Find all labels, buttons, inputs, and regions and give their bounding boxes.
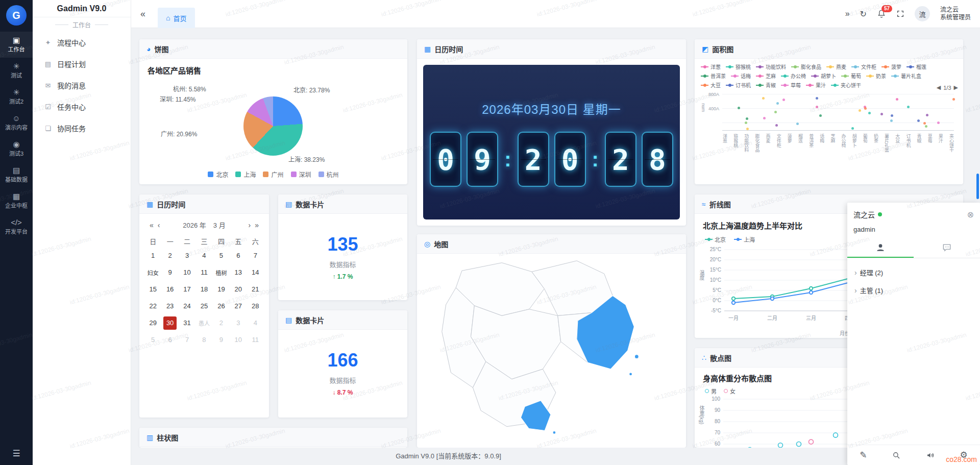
sidebar-collapse-icon[interactable]: «	[140, 9, 145, 19]
area-legend-item[interactable]: 胡萝卜	[811, 72, 836, 80]
calendar-day[interactable]: 14	[247, 264, 264, 281]
pie-legend-item[interactable]: 上海	[235, 170, 256, 179]
area-legend-item[interactable]: 青椒	[756, 81, 776, 89]
notifications-button[interactable]: 57	[877, 9, 886, 18]
rail-item-1[interactable]: ▣工作台	[0, 32, 33, 58]
calendar-day[interactable]: 20	[230, 281, 247, 298]
calendar-day[interactable]: 9	[213, 331, 230, 348]
calendar-day[interactable]: 愚人	[195, 314, 212, 331]
speaker-icon[interactable]	[926, 451, 935, 460]
user-info[interactable]: 流之云 系统管理员	[940, 6, 971, 21]
month-select[interactable]: 3 月	[213, 220, 226, 230]
calendar-day[interactable]: 植树	[213, 264, 230, 281]
sidebar-menu-item-1[interactable]: ✦流程中心	[33, 32, 131, 53]
next-month-button[interactable]: ›	[247, 221, 253, 229]
calendar-day[interactable]: 8	[195, 331, 212, 348]
area-legend-item[interactable]: 榴莲	[906, 63, 926, 70]
pie-legend-item[interactable]: 广州	[263, 170, 283, 179]
calendar-day[interactable]: 5	[213, 247, 230, 264]
pager-prev-icon[interactable]: ◀	[937, 84, 941, 91]
area-legend-item[interactable]: 话梅	[731, 72, 751, 80]
area-legend-item[interactable]: 普洱茶	[701, 72, 726, 80]
area-legend-item[interactable]: 文件柜	[851, 63, 876, 70]
rail-item-7[interactable]: ▦企业中枢	[0, 188, 33, 214]
calendar-day[interactable]: 31	[179, 314, 195, 331]
calendar-day[interactable]: 3	[230, 314, 247, 331]
calendar-day[interactable]: 15	[144, 281, 161, 298]
area-legend-item[interactable]: 草莓	[781, 81, 801, 89]
calendar-day[interactable]: 19	[213, 281, 230, 298]
calendar-day[interactable]: 29	[144, 314, 161, 331]
area-legend-item[interactable]: 夹心饼干	[831, 81, 861, 89]
search-icon[interactable]	[892, 451, 901, 460]
fullscreen-button[interactable]	[896, 10, 904, 18]
area-legend-item[interactable]: 奶茶	[866, 72, 886, 80]
area-legend-item[interactable]: 洋葱	[701, 63, 721, 70]
tab-home[interactable]: ⌂ 首页	[158, 8, 194, 28]
area-legend-item[interactable]: 燕麦	[826, 63, 846, 70]
rail-item-3[interactable]: ✳测试2	[0, 84, 33, 110]
expand-tabs-icon[interactable]: »	[845, 9, 850, 18]
area-plot[interactable]	[722, 94, 954, 131]
scrollbar-thumb[interactable]	[976, 174, 979, 199]
rail-item-2[interactable]: ✳测试	[0, 58, 33, 84]
area-legend-item[interactable]: 芝麻	[756, 72, 776, 80]
app-logo[interactable]: G	[6, 5, 27, 26]
calendar-day[interactable]: 30	[161, 314, 178, 331]
calendar-day[interactable]: 21	[247, 281, 264, 298]
area-legend-item[interactable]: 膨化食品	[791, 63, 821, 70]
area-legend-item[interactable]: 果汁	[806, 81, 826, 89]
calendar-day[interactable]: 妇女	[144, 264, 161, 281]
calendar-day[interactable]: 11	[247, 331, 264, 348]
area-legend-item[interactable]: 订书机	[726, 81, 751, 89]
calendar-day[interactable]: 4	[195, 247, 212, 264]
pie-graphic[interactable]	[243, 96, 303, 156]
sidebar-menu-item-3[interactable]: ✉我的消息	[33, 75, 131, 96]
calendar-day[interactable]: 24	[179, 298, 195, 314]
scatter-legend-item[interactable]: 女	[724, 387, 736, 395]
map-island[interactable]	[629, 373, 632, 376]
calendar-day[interactable]: 9	[161, 264, 178, 281]
calendar-day[interactable]: 3	[179, 247, 195, 264]
sidebar-menu-item-5[interactable]: ❏协同任务	[33, 117, 131, 139]
tab-contacts[interactable]	[847, 238, 914, 258]
pager-next-icon[interactable]: ▶	[954, 84, 958, 91]
edit-icon[interactable]: ✎	[860, 450, 867, 460]
area-legend-item[interactable]: 功能饮料	[756, 63, 786, 70]
calendar-day[interactable]: 1	[144, 247, 161, 264]
calendar-day[interactable]: 22	[144, 298, 161, 314]
prev-year-button[interactable]: «	[148, 221, 156, 229]
hamburger-menu-icon[interactable]: ☰	[0, 448, 33, 459]
sidebar-menu-item-2[interactable]: ▤日程计划	[33, 53, 131, 75]
scatter-legend-item[interactable]: 男	[705, 387, 717, 395]
next-year-button[interactable]: »	[253, 221, 261, 229]
close-icon[interactable]: ⊗	[967, 210, 974, 219]
calendar-day[interactable]: 7	[247, 247, 264, 264]
calendar-day[interactable]: 17	[179, 281, 195, 298]
calendar-day[interactable]: 2	[213, 314, 230, 331]
pie-legend-item[interactable]: 杭州	[318, 170, 339, 179]
refresh-icon[interactable]: ↻	[860, 9, 867, 19]
calendar-day[interactable]: 5	[144, 331, 161, 348]
area-legend-item[interactable]: 办公椅	[781, 72, 806, 80]
area-legend-item[interactable]: 菠萝	[881, 63, 901, 70]
year-select[interactable]: 2026 年	[183, 220, 206, 230]
tab-messages[interactable]	[914, 238, 980, 258]
calendar-day[interactable]: 4	[247, 314, 264, 331]
contact-group-1[interactable]: ›经理 (2)	[850, 263, 977, 281]
line-legend-item[interactable]: 上海	[734, 235, 755, 243]
calendar-day[interactable]: 27	[230, 298, 247, 314]
prev-month-button[interactable]: ‹	[156, 221, 162, 229]
calendar-day[interactable]: 6	[161, 331, 178, 348]
calendar-day[interactable]: 10	[230, 331, 247, 348]
calendar-day[interactable]: 13	[230, 264, 247, 281]
pie-legend-item[interactable]: 北京	[208, 170, 228, 179]
calendar-day[interactable]: 25	[195, 298, 212, 314]
calendar-day[interactable]: 11	[195, 264, 212, 281]
area-legend-item[interactable]: 大豆	[701, 81, 721, 89]
calendar-day[interactable]: 18	[195, 281, 212, 298]
pie-legend-item[interactable]: 深圳	[291, 170, 311, 179]
area-legend-item[interactable]: 薯片礼盒	[891, 72, 921, 80]
rail-item-8[interactable]: </>开发平台	[0, 214, 33, 240]
calendar-day[interactable]: 2	[161, 247, 178, 264]
